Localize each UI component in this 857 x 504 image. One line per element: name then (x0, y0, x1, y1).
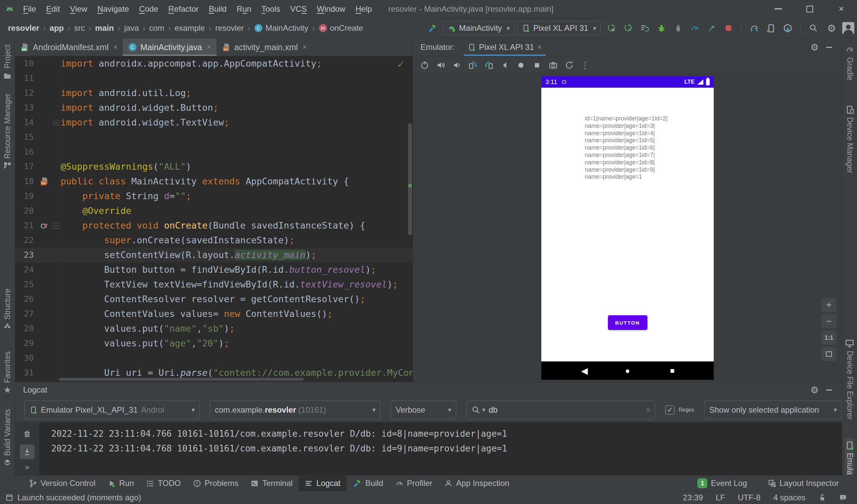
status-item-lf[interactable]: LF (716, 493, 725, 502)
line-number[interactable]: 13 (15, 100, 36, 115)
rotate-right-icon[interactable] (482, 58, 495, 73)
settings-gear-icon[interactable]: ⚙ (807, 40, 822, 54)
menu-file[interactable]: File (18, 4, 41, 14)
logcat-output[interactable]: 2022-11-22 23:11:04.766 10161-10161/com.… (39, 422, 842, 475)
line-number[interactable]: 22 (15, 233, 36, 248)
line-number[interactable]: 25 (15, 277, 36, 292)
gradle-sync-icon[interactable] (747, 21, 761, 35)
log-scope-select[interactable]: Show only selected application ▾ (704, 401, 842, 419)
screen-record-icon[interactable] (562, 58, 576, 73)
rerun-icon[interactable] (604, 21, 619, 35)
device-manager-icon[interactable] (763, 21, 778, 35)
line-number[interactable]: 21 (15, 218, 36, 233)
home-icon[interactable] (514, 58, 527, 73)
tool-stripe-project[interactable]: Project (3, 42, 12, 83)
toolwindow-button-run[interactable]: Run (101, 475, 140, 491)
menu-edit[interactable]: Edit (41, 4, 65, 14)
line-number[interactable]: 19 (15, 189, 36, 203)
toolwindow-button-terminal[interactable]: Terminal (245, 475, 299, 491)
notifications-icon[interactable]: ! (839, 493, 847, 502)
tool-stripe-device-manager[interactable]: Device Manager (845, 102, 854, 176)
line-number[interactable]: 18 (15, 174, 36, 189)
line-number[interactable]: 29 (15, 336, 36, 351)
build-hammer-icon[interactable] (425, 21, 440, 35)
fold-marker-icon[interactable]: − (53, 223, 59, 229)
toolwindow-button-logcat[interactable]: Logcat (299, 475, 347, 491)
menu-help[interactable]: Help (351, 4, 377, 14)
menu-vcs[interactable]: VCS (285, 4, 312, 14)
toolwindow-button-event-log[interactable]: 1Event Log (691, 475, 753, 491)
toolwindow-button-todo[interactable]: TODO (140, 475, 187, 491)
menu-refactor[interactable]: Refactor (163, 4, 204, 14)
expand-toolbar-icon[interactable]: » (25, 463, 29, 472)
breadcrumb-item-example[interactable]: example (174, 23, 206, 33)
breadcrumb-item-src[interactable]: src (73, 23, 85, 33)
toolwindow-button-profiler[interactable]: Profiler (389, 475, 439, 491)
emulator-screen[interactable]: 3:11 LTE id=1|name=provider|age=1id=2|na… (541, 76, 714, 380)
toolwindow-button-app-inspection[interactable]: App Inspection (439, 475, 516, 491)
overview-icon[interactable] (530, 58, 544, 73)
menu-build[interactable]: Build (204, 4, 232, 14)
line-number[interactable]: 27 (15, 306, 36, 321)
debug-icon[interactable] (654, 21, 669, 35)
breadcrumb-item-resovler[interactable]: resovler (7, 23, 40, 33)
tool-stripe-gradle[interactable]: Gradle (845, 43, 854, 83)
close-tab-icon[interactable]: × (113, 43, 118, 52)
volume-up-icon[interactable] (434, 58, 447, 73)
rotate-left-icon[interactable] (466, 58, 480, 73)
tool-stripe-device-file-explorer[interactable]: Device File Explorer (845, 336, 854, 422)
toolwindow-button-problems[interactable]: Problems (187, 475, 245, 491)
menu-tools[interactable]: Tools (256, 4, 285, 14)
line-number[interactable]: 11 (15, 71, 36, 86)
line-number[interactable]: 24 (15, 263, 36, 277)
zoom-out-button[interactable]: − (821, 314, 837, 328)
more-icon[interactable]: ⋮ (578, 58, 592, 73)
zoom-fit-button[interactable] (821, 347, 837, 361)
zoom-in-button[interactable]: + (821, 298, 837, 312)
menu-run[interactable]: Run (232, 4, 256, 14)
toolwindow-button-version-control[interactable]: Version Control (23, 475, 101, 491)
breadcrumb-item-mainactivity[interactable]: CMainActivity (253, 23, 309, 33)
breadcrumb-item-java[interactable]: java (123, 23, 139, 33)
line-number[interactable]: 28 (15, 321, 36, 336)
run-configuration-select[interactable]: MainActivity ▾ (443, 21, 514, 35)
line-number[interactable]: 26 (15, 292, 36, 306)
toolwindow-button-layout-inspector[interactable]: Layout Inspector (762, 475, 845, 491)
scroll-to-end-icon[interactable] (20, 444, 34, 459)
log-level-select[interactable]: Verbose ▾ (391, 401, 456, 419)
device-select[interactable]: Pixel XL API 31 ▾ (518, 21, 601, 35)
tool-stripe-structure[interactable]: Structure (3, 286, 12, 334)
tool-stripe-build-variants[interactable]: Build Variants (3, 406, 12, 470)
attach-debugger-icon[interactable] (671, 21, 686, 35)
line-number[interactable]: 12 (15, 86, 36, 100)
line-number[interactable]: 10 (15, 56, 36, 71)
back-icon[interactable] (498, 58, 511, 73)
tool-stripe-favorites[interactable]: Favorites★ (3, 349, 12, 397)
clear-search-icon[interactable]: × (646, 406, 650, 414)
line-number[interactable]: 15 (15, 130, 36, 145)
tool-stripe-resource-manager[interactable]: Resource Manager (3, 91, 12, 173)
overrides-method-icon[interactable] (40, 221, 49, 230)
overview-button[interactable]: ■ (670, 367, 675, 375)
regex-checkbox[interactable]: ✓ Regex (665, 405, 694, 415)
line-number[interactable]: 20 (15, 203, 36, 218)
fold-marker-icon[interactable]: − (53, 120, 59, 125)
line-number[interactable]: 14 (15, 115, 36, 130)
sync-icon[interactable] (637, 21, 652, 35)
line-number[interactable]: 16 (15, 145, 36, 159)
settings-gear-icon[interactable]: ⚙ (824, 21, 839, 35)
line-number[interactable]: 23 (15, 248, 36, 263)
emulator-device-tab[interactable]: Pixel XL API 31 × (464, 38, 546, 56)
status-item-4-spaces[interactable]: 4 spaces (773, 493, 805, 502)
breadcrumb-item-resovler[interactable]: resovler (215, 23, 245, 33)
search-everywhere-icon[interactable] (806, 21, 821, 35)
volume-down-icon[interactable] (450, 58, 463, 73)
sdk-manager-icon[interactable] (780, 21, 795, 35)
close-tab-icon[interactable]: × (303, 43, 307, 52)
back-button[interactable]: ◀ (581, 366, 588, 376)
hide-panel-icon[interactable] (822, 383, 837, 397)
menu-view[interactable]: View (65, 4, 93, 14)
code-editor[interactable]: 10import androidx.appcompat.app.AppCompa… (15, 56, 413, 382)
status-item-23-39[interactable]: 23:39 (683, 493, 703, 502)
app-button[interactable]: BUTTON (608, 315, 648, 330)
